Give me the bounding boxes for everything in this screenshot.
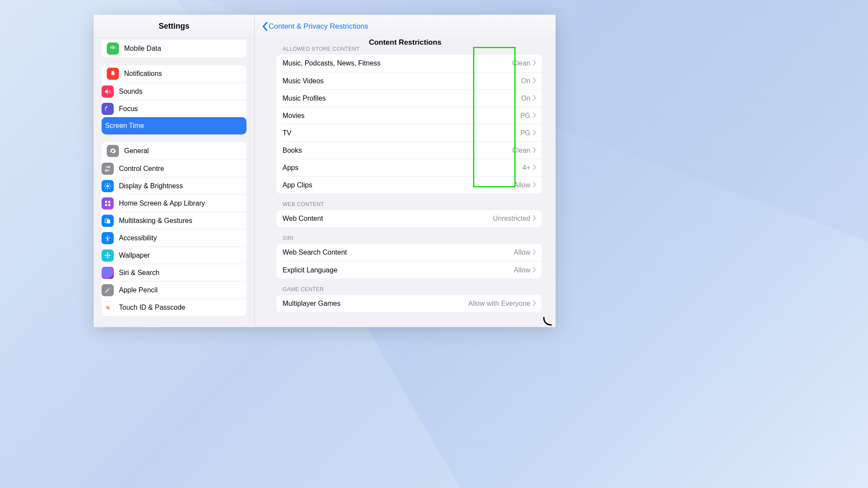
row-apps[interactable]: Apps 4+ (283, 159, 542, 176)
sidebar-item-multitasking[interactable]: Multitasking & Gestures (121, 212, 247, 229)
row-label: TV (283, 129, 520, 137)
row-value: Allow with Everyone (468, 300, 530, 308)
svg-rect-11 (105, 204, 107, 206)
grid-icon (102, 197, 114, 210)
flower-icon (102, 249, 114, 262)
sidebar-item-label: Touch ID & Passcode (119, 304, 241, 311)
back-button-label: Content & Privacy Restrictions (269, 22, 368, 31)
sidebar-title-text: Settings (158, 22, 189, 31)
svg-point-17 (107, 252, 108, 254)
sidebar-item-home-screen[interactable]: Home Screen & App Library (121, 194, 247, 212)
sidebar-item-label: Screen Time (105, 122, 241, 130)
switches-icon (102, 163, 114, 175)
sidebar-group-alerts: Notifications Sounds Focus (102, 65, 247, 134)
chevron-right-icon (533, 112, 536, 120)
chevron-right-icon (533, 59, 536, 67)
row-tv[interactable]: TV PG (283, 124, 542, 141)
sidebar-item-accessibility[interactable]: Accessibility (121, 229, 247, 246)
svg-point-16 (107, 255, 108, 256)
sidebar-item-label: Focus (119, 105, 241, 113)
row-value: Clean (512, 147, 530, 154)
sidebar-item-label: Control Centre (119, 165, 241, 173)
row-label: Apps (283, 164, 523, 172)
row-web-content[interactable]: Web Content Unrestricted (276, 210, 542, 227)
sidebar-item-label: Siri & Search (119, 269, 241, 277)
sidebar-title: Settings (94, 15, 254, 38)
row-label: Music Videos (283, 77, 521, 85)
person-icon (102, 232, 114, 244)
section-header-gamecenter: Game Center (283, 286, 542, 292)
row-label: Explicit Language (283, 266, 514, 274)
row-app-clips[interactable]: App Clips Allow (283, 176, 542, 193)
settings-sidebar: Settings Mobile Data Notifications (94, 15, 255, 327)
rectangles-icon (102, 215, 114, 227)
row-value: On (521, 95, 530, 102)
svg-point-0 (106, 185, 108, 187)
main-scroll[interactable]: Allowed Store Content Music, Podcasts, N… (255, 38, 556, 327)
chevron-right-icon (533, 95, 536, 102)
svg-line-6 (109, 188, 110, 188)
sidebar-item-label: Notifications (124, 70, 241, 78)
sidebar-group-network: Mobile Data (102, 40, 247, 57)
settings-main: Content & Privacy Restrictions Content R… (255, 15, 556, 327)
sidebar-scroll[interactable]: Mobile Data Notifications Sounds (94, 38, 254, 327)
section-header-web: Web Content (283, 201, 542, 207)
row-label: Multiplayer Games (283, 300, 468, 308)
sidebar-item-label: Apple Pencil (119, 286, 241, 294)
speaker-icon (102, 85, 114, 98)
row-label: Books (283, 147, 512, 154)
chevron-right-icon (533, 266, 536, 274)
list-gamecenter: Multiplayer Games Allow with Everyone (276, 295, 542, 312)
annotation-page-curl (542, 316, 552, 326)
sidebar-item-label: Multitasking & Gestures (119, 217, 241, 225)
list-siri: Web Search Content Allow Explicit Langua… (276, 244, 542, 278)
sidebar-item-screen-time[interactable]: Screen Time (102, 117, 247, 134)
row-music-podcasts[interactable]: Music, Podcasts, News, Fitness Clean (276, 55, 542, 72)
row-value: Clean (512, 59, 530, 67)
row-value: PG (520, 129, 530, 137)
svg-point-18 (107, 256, 108, 258)
sidebar-item-sounds[interactable]: Sounds (121, 82, 247, 100)
row-books[interactable]: Books Clean (283, 141, 542, 159)
chevron-right-icon (533, 249, 536, 256)
sidebar-item-label: Sounds (119, 88, 241, 95)
sidebar-item-general[interactable]: General (102, 142, 247, 160)
row-label: Web Search Content (283, 249, 514, 256)
sidebar-item-control-centre[interactable]: Control Centre (121, 160, 247, 177)
moon-icon (102, 103, 114, 115)
sidebar-group-system: General Control Centre Display & Brightn… (102, 142, 247, 316)
gear-icon (107, 145, 119, 157)
chevron-right-icon (533, 147, 536, 154)
chevron-right-icon (533, 181, 536, 189)
row-explicit-language[interactable]: Explicit Language Allow (283, 261, 542, 278)
row-multiplayer-games[interactable]: Multiplayer Games Allow with Everyone (276, 295, 542, 312)
sun-icon (102, 180, 114, 192)
row-music-profiles[interactable]: Music Profiles On (283, 89, 542, 107)
row-web-search-content[interactable]: Web Search Content Allow (276, 244, 542, 261)
chevron-right-icon (533, 164, 536, 172)
sidebar-item-mobile-data[interactable]: Mobile Data (102, 40, 247, 57)
sidebar-item-display-brightness[interactable]: Display & Brightness (121, 177, 247, 194)
row-music-videos[interactable]: Music Videos On (283, 72, 542, 89)
row-label: Movies (283, 112, 520, 120)
sidebar-item-label: Display & Brightness (119, 182, 241, 190)
svg-rect-10 (108, 201, 110, 203)
row-movies[interactable]: Movies PG (283, 107, 542, 124)
row-value: On (521, 77, 530, 85)
sidebar-item-touch-id[interactable]: Touch ID & Passcode (121, 298, 247, 316)
sidebar-item-focus[interactable]: Focus (121, 100, 247, 117)
row-value: Unrestricted (493, 215, 530, 223)
sidebar-item-label: Home Screen & App Library (119, 200, 241, 207)
svg-line-5 (105, 183, 106, 184)
main-header: Content & Privacy Restrictions (255, 15, 556, 38)
chevron-right-icon (533, 129, 536, 137)
sidebar-item-siri-search[interactable]: Siri & Search (121, 264, 247, 281)
chevron-right-icon (533, 300, 536, 308)
back-button[interactable]: Content & Privacy Restrictions (262, 22, 368, 31)
list-web-content: Web Content Unrestricted (276, 210, 542, 227)
sidebar-item-notifications[interactable]: Notifications (102, 65, 247, 82)
section-header-store: Allowed Store Content (283, 46, 542, 52)
sidebar-item-apple-pencil[interactable]: Apple Pencil (121, 281, 247, 298)
row-label: Music Profiles (283, 95, 521, 102)
sidebar-item-wallpaper[interactable]: Wallpaper (121, 246, 247, 264)
